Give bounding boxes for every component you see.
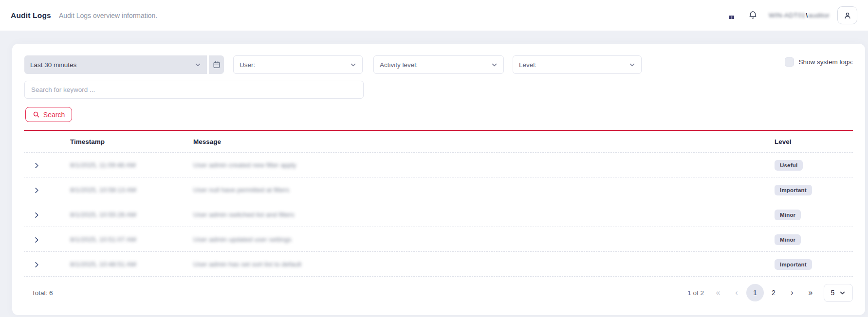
expand-row-button[interactable] — [31, 259, 42, 270]
chevron-down-icon — [350, 62, 356, 68]
column-header-message: Message — [193, 131, 221, 153]
expand-row-button[interactable] — [31, 184, 42, 196]
notifications-button[interactable] — [746, 9, 759, 22]
table-row: 8/1/2025, 10:51:07 AM User admin updated… — [24, 227, 853, 252]
chevron-right-icon — [33, 187, 40, 194]
audit-logs-card: Last 30 minutes User: Activity level: — [12, 44, 865, 315]
table-row: 8/1/2025, 10:58:13 AM User null have per… — [24, 177, 853, 202]
bell-icon — [748, 10, 758, 20]
row-timestamp-redacted: 8/1/2025, 10:48:51 AM — [70, 252, 136, 277]
page-button[interactable]: 2 — [764, 283, 783, 302]
show-system-logs-group: Show system logs: — [785, 57, 853, 67]
search-icon — [33, 111, 40, 118]
user-menu-button[interactable] — [837, 6, 857, 24]
table-row: 8/1/2025, 11:09:48 AM User admin created… — [24, 153, 853, 177]
chevron-down-icon — [629, 62, 635, 68]
level-filter-label: Level: — [519, 61, 536, 69]
pagination-range-label: 1 of 2 — [687, 289, 704, 297]
table-row: 8/1/2025, 10:48:51 AM User admin has set… — [24, 252, 853, 277]
chevron-right-icon — [33, 236, 40, 244]
page-button-current[interactable]: 1 — [746, 284, 764, 301]
username-separator: \ — [806, 12, 808, 19]
row-message-redacted: User admin updated user settings — [193, 227, 292, 252]
page-title: Audit Logs — [11, 11, 51, 20]
column-header-timestamp: Timestamp — [70, 131, 105, 153]
time-range-select[interactable]: Last 30 minutes — [24, 55, 224, 74]
chevron-left-icon: ‹ — [735, 288, 738, 297]
table-row: 8/1/2025, 10:55:26 AM User admin switche… — [24, 202, 853, 227]
row-message-redacted: User admin created new filter apply — [193, 153, 296, 177]
pagination: 1 of 2 « ‹ 1 2 › » 5 — [687, 283, 853, 302]
topbar: Audit Logs Audit Logs overview informati… — [0, 0, 868, 31]
row-timestamp-redacted: 8/1/2025, 10:58:13 AM — [70, 177, 136, 202]
user-filter-select[interactable]: User: — [233, 55, 363, 74]
username-domain-redacted: WIN-ADT01 — [769, 12, 805, 19]
chevron-right-icon — [33, 162, 40, 169]
next-page-button[interactable]: › — [783, 283, 801, 302]
row-timestamp-redacted: 8/1/2025, 11:09:48 AM — [70, 153, 136, 177]
chevron-right-icon — [33, 261, 40, 268]
previous-page-button[interactable]: ‹ — [727, 283, 746, 302]
user-filter-label: User: — [240, 61, 255, 69]
row-timestamp-redacted: 8/1/2025, 10:55:26 AM — [70, 202, 136, 227]
username-name-redacted: auditor — [809, 12, 830, 19]
expand-row-button[interactable] — [31, 159, 42, 171]
level-badge: Important — [775, 185, 812, 195]
activity-level-filter-select[interactable]: Activity level: — [373, 55, 504, 74]
show-system-logs-label: Show system logs: — [798, 58, 853, 66]
row-level-cell: Minor — [775, 202, 801, 227]
level-badge: Important — [775, 259, 812, 270]
last-page-button[interactable]: » — [801, 283, 820, 302]
chevron-right-icon: › — [791, 288, 793, 297]
user-icon — [843, 11, 852, 20]
topbar-left: Audit Logs Audit Logs overview informati… — [11, 11, 157, 20]
row-level-cell: Important — [775, 252, 812, 277]
page-subtitle: Audit Logs overview information. — [59, 12, 157, 19]
chevron-down-icon — [839, 290, 846, 296]
row-message-redacted: User admin has set sort list to default — [193, 252, 301, 277]
expand-row-button[interactable] — [31, 234, 42, 246]
page-size-select[interactable]: 5 — [824, 284, 853, 302]
chevron-right-icon — [33, 211, 40, 219]
level-badge: Minor — [775, 234, 801, 245]
row-level-cell: Important — [775, 177, 812, 202]
row-message-redacted: User null have permitted at filters — [193, 177, 289, 202]
chevron-down-icon — [491, 62, 498, 68]
time-range-value: Last 30 minutes — [30, 61, 191, 69]
row-level-cell: Useful — [775, 153, 803, 177]
level-badge: Minor — [775, 210, 801, 220]
double-chevron-right-icon: » — [809, 288, 813, 297]
search-button-label: Search — [43, 111, 65, 119]
calendar-icon — [213, 61, 221, 69]
search-button[interactable]: Search — [25, 107, 72, 122]
topbar-right: WIN-ADT01\auditor — [724, 6, 857, 24]
row-message-redacted: User admin switched list and filters — [193, 202, 295, 227]
double-chevron-left-icon: « — [716, 288, 720, 297]
search-input[interactable] — [24, 81, 364, 99]
calendar-picker-button[interactable] — [209, 55, 224, 74]
chevron-down-icon — [195, 62, 201, 68]
logged-in-username: WIN-ADT01\auditor — [769, 12, 830, 19]
activity-level-filter-label: Activity level: — [380, 61, 418, 69]
first-page-button[interactable]: « — [709, 283, 727, 302]
row-level-cell: Minor — [775, 227, 801, 252]
show-system-logs-checkbox[interactable] — [785, 57, 794, 67]
language-selector-button[interactable] — [724, 12, 735, 19]
row-timestamp-redacted: 8/1/2025, 10:51:07 AM — [70, 227, 136, 252]
level-badge: Useful — [775, 160, 803, 171]
level-filter-select[interactable]: Level: — [513, 55, 642, 74]
column-header-level: Level — [775, 131, 792, 153]
page-size-value: 5 — [831, 289, 835, 297]
time-range-main[interactable]: Last 30 minutes — [24, 55, 207, 74]
table-header-row: Timestamp Message Level — [24, 131, 853, 153]
total-count-label: Total: 6 — [32, 285, 53, 300]
expand-row-button[interactable] — [31, 209, 42, 221]
